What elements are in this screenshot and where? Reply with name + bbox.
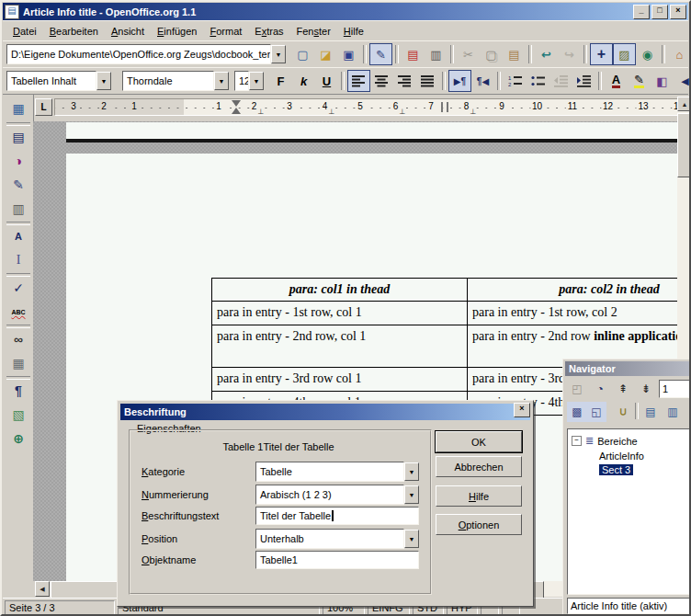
tree-expand-icon[interactable]: −	[572, 436, 582, 446]
font-color-button[interactable]: A	[605, 70, 628, 92]
gallery-button[interactable]: ⌂	[668, 43, 691, 65]
find-button[interactable]: ∞	[6, 328, 30, 350]
graphics-toggle-button[interactable]: ▧	[6, 404, 30, 426]
data-sources-button[interactable]: ▦	[6, 352, 30, 374]
menu-bearbeiten[interactable]: Bearbeiten	[43, 23, 105, 40]
align-left-button[interactable]	[347, 70, 370, 92]
insert-fields-button[interactable]: ▤	[6, 126, 30, 148]
size-dropdown-icon[interactable]: ▼	[249, 72, 264, 90]
numbered-list-button[interactable]: 12	[504, 70, 527, 92]
nonprinting-characters-button[interactable]: ¶	[6, 380, 30, 402]
align-right-button[interactable]	[393, 70, 416, 92]
table-header-cell[interactable]: para: col2 in thead	[468, 279, 677, 301]
right-to-left-button[interactable]: ¶◀	[471, 70, 494, 92]
objektname-input[interactable]: Tabelle1	[255, 551, 419, 569]
undo-button[interactable]: ↩	[535, 43, 558, 65]
direct-cursor-button[interactable]: I	[6, 249, 30, 271]
nav-navigation-button[interactable]: ◔	[590, 379, 610, 399]
dialog-title-bar[interactable]: Beschriftung	[120, 404, 530, 420]
position-combobox[interactable]: Unterhalb ▼	[255, 530, 419, 548]
stylist-button[interactable]: ▨	[613, 43, 636, 65]
toolbar-back-arrow-button[interactable]: ◀	[674, 70, 691, 92]
open-button[interactable]: ◪	[314, 43, 337, 65]
font-size-combobox[interactable]: 12 ▼	[234, 72, 264, 90]
insert-object-button[interactable]: ◑	[6, 150, 30, 172]
vertical-scroll-thumb[interactable]	[677, 113, 691, 177]
menu-format[interactable]: Format	[203, 23, 248, 40]
hyperlink-button[interactable]: ◉	[636, 43, 659, 65]
bullet-list-button[interactable]	[527, 70, 549, 92]
hilfe-button[interactable]: Hilfe	[436, 485, 522, 507]
save-button[interactable]: ▣	[337, 43, 360, 65]
form-functions-button[interactable]: ▥	[6, 198, 30, 220]
auto-spellcheck-button[interactable]: ABC	[6, 301, 30, 323]
menu-einfuegen[interactable]: Einfügen	[151, 23, 203, 40]
menu-ansicht[interactable]: Ansicht	[105, 23, 151, 40]
url-combobox[interactable]: D:\Eigene Dokumente\OpenOffice.org Zeugs…	[6, 45, 286, 63]
align-center-button[interactable]	[370, 70, 393, 92]
nummerierung-value[interactable]: Arabisch (1 2 3)	[255, 485, 404, 505]
optionen-button[interactable]: Optionen	[436, 514, 522, 535]
menu-datei[interactable]: Datei	[6, 23, 43, 40]
nav-content-view-button[interactable]: ◱	[586, 402, 606, 422]
italic-button[interactable]: k	[292, 70, 315, 92]
print-button[interactable]: ▥	[425, 43, 447, 65]
url-field[interactable]: D:\Eigene Dokumente\OpenOffice.org Zeugs…	[6, 44, 271, 64]
navigator-title-bar[interactable]: Navigator	[565, 361, 691, 376]
scroll-up-button[interactable]: ▲	[677, 97, 691, 111]
table-cell[interactable]: para in entry - 1st row, col 2	[468, 302, 677, 325]
paragraph-background-button[interactable]: ◧	[651, 70, 674, 92]
draw-functions-button[interactable]: ✎	[6, 174, 30, 196]
beschriftungstext-input[interactable]: Titel der Tabelle	[255, 507, 419, 525]
ruler[interactable]: ⊥ ⊥ ⊥ ⊥ 3211234567891011121314	[54, 98, 679, 116]
font-name-value[interactable]: Thorndale	[122, 71, 214, 91]
tree-item-bereiche[interactable]: − ≣ Bereiche	[568, 434, 691, 448]
nummerierung-combobox[interactable]: Arabisch (1 2 3) ▼	[255, 485, 419, 504]
position-dropdown-icon[interactable]: ▼	[404, 530, 419, 548]
cut-button[interactable]: ✂	[457, 43, 480, 65]
align-justify-button[interactable]	[416, 70, 439, 92]
increase-indent-button[interactable]	[572, 70, 595, 92]
font-size-value[interactable]: 12	[234, 71, 249, 91]
nummerierung-dropdown-icon[interactable]: ▼	[404, 485, 419, 504]
autotext-button[interactable]: A	[6, 225, 30, 247]
font-dropdown-icon[interactable]: ▼	[214, 72, 229, 90]
nav-header-button[interactable]: ▤	[640, 402, 661, 422]
tab-type-button[interactable]: L	[35, 98, 52, 116]
page-2-bottom[interactable]	[66, 122, 677, 139]
paragraph-style-combobox[interactable]: Tabellen Inhalt ▼	[6, 72, 111, 90]
paste-button[interactable]: ▤	[503, 43, 526, 65]
nav-drag-mode-button[interactable]: ⊂	[613, 402, 633, 422]
minimize-button[interactable]: _	[633, 5, 650, 19]
table-header-cell[interactable]: para: col1 in thead	[212, 279, 468, 301]
navigator-document-list[interactable]: Article Info title (aktiv)	[567, 598, 691, 614]
nav-listbox-toggle-button[interactable]: ▩	[567, 402, 587, 422]
insert-table-button[interactable]: ▦	[6, 97, 30, 120]
left-to-right-button[interactable]: ▶¶	[448, 70, 471, 92]
position-value[interactable]: Unterhalb	[255, 529, 404, 549]
edit-file-button[interactable]: ✎	[369, 43, 392, 65]
style-dropdown-icon[interactable]: ▼	[96, 72, 111, 90]
dialog-close-button[interactable]: ×	[514, 403, 530, 417]
underline-button[interactable]: U	[315, 70, 338, 92]
kategorie-value[interactable]: Tabelle	[255, 462, 404, 482]
url-dropdown-icon[interactable]: ▼	[271, 45, 286, 63]
nav-page-spinner[interactable]: 1 ▲ ▼	[659, 380, 691, 398]
decrease-indent-button[interactable]	[549, 70, 572, 92]
online-layout-button[interactable]: ⊕	[6, 428, 30, 450]
menu-extras[interactable]: Extras	[248, 23, 289, 40]
bold-button[interactable]: F	[269, 70, 292, 92]
nav-footer-button[interactable]: ▥	[663, 402, 683, 422]
paragraph-style-value[interactable]: Tabellen Inhalt	[6, 71, 96, 91]
nav-next-button[interactable]: ⇟	[636, 379, 656, 399]
tree-item-articleinfo[interactable]: ArticleInfo	[568, 449, 691, 462]
font-name-combobox[interactable]: Thorndale ▼	[122, 72, 229, 90]
indent-marker[interactable]	[232, 100, 241, 114]
tree-item-sect3[interactable]: Sect 3	[568, 462, 691, 476]
spellcheck-button[interactable]: ✓	[6, 277, 30, 299]
table-cell[interactable]: para in entry - 2nd row, col 1	[212, 325, 468, 367]
new-document-button[interactable]: ▢	[291, 43, 314, 65]
table-cell[interactable]: para in entry - 1st row, col 1	[212, 302, 468, 325]
nav-toggle-button[interactable]: ◰	[567, 379, 587, 399]
abbrechen-button[interactable]: Abbrechen	[436, 456, 522, 477]
